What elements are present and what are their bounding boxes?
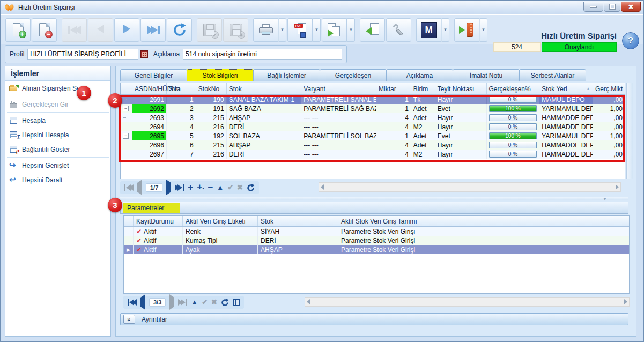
new-record-button[interactable]: + — [5, 18, 31, 42]
copy-icon — [328, 23, 342, 37]
sidebar-item-hepsini-hesapla[interactable]: Σ Hepsini Hesapla — [5, 128, 110, 142]
sidebar-item-alinan-siparisten-sec[interactable]: Alınan Siparişten Seç — [5, 81, 110, 95]
exit-dropdown[interactable]: ▼ — [479, 18, 487, 42]
export-pdf-dropdown[interactable]: ▼ — [313, 18, 321, 42]
column-header-sorted[interactable]: Stok Yeri▲ — [539, 83, 593, 94]
nav-refresh-icon[interactable] — [221, 299, 229, 307]
delete-record-button[interactable]: − — [32, 18, 57, 42]
nav-last-button[interactable] — [178, 299, 187, 306]
aciklama-input[interactable] — [183, 49, 342, 60]
tab-aciklama[interactable]: Açıklama — [386, 69, 453, 81]
m-module-dropdown[interactable]: ▼ — [441, 18, 449, 42]
vertical-scrollbar[interactable] — [626, 83, 633, 179]
column-header[interactable]: Birim — [411, 83, 435, 94]
next-record-button[interactable] — [114, 18, 139, 42]
last-record-button[interactable] — [140, 18, 166, 42]
profil-lookup-icon[interactable] — [140, 50, 148, 58]
factory-icon — [9, 100, 19, 109]
table-row[interactable]: ✔Aktif Renk SİYAH Parametre Stok Veri Gi… — [124, 227, 629, 236]
copy-transfer-dropdown[interactable]: ▼ — [347, 18, 355, 42]
expand-details-button[interactable]: » — [123, 315, 135, 324]
column-header[interactable]: Gerç.Mikt — [593, 83, 625, 94]
sidebar-item-hepsini-genislet[interactable]: ↪ Hepsini Genişlet — [5, 158, 110, 173]
tab-gerceklesen[interactable]: Gerçekleşen — [320, 69, 387, 81]
column-header[interactable]: Sıra — [167, 83, 196, 94]
copy-transfer-button[interactable] — [322, 18, 347, 42]
column-header[interactable]: Gerçekleşen% — [487, 83, 540, 94]
column-header[interactable]: ASDNo/HÜDNo — [132, 83, 167, 94]
sidebar-item-hesapla[interactable]: Hesapla — [5, 113, 110, 128]
sidebar-item-hepsini-daralt[interactable]: ↩ Hepsini Daralt — [5, 173, 110, 187]
import-back-button[interactable] — [360, 18, 385, 42]
nav-edit-button[interactable]: ▲ — [217, 184, 224, 191]
splitter[interactable]: ▼ — [120, 197, 628, 200]
table-row[interactable]: 2694 4 216 DERİ --- --- 4 M2 Hayır 0 % H… — [121, 122, 625, 131]
horizontal-scrollbar[interactable] — [319, 182, 621, 192]
tools-button[interactable] — [386, 18, 411, 42]
table-row[interactable]: 2697 7 216 DERİ --- --- 4 M2 Hayır 0 % H… — [121, 150, 625, 159]
nav-cancel-button[interactable]: ✖ — [237, 184, 243, 191]
save-button[interactable]: ✔ — [197, 18, 222, 42]
refresh-button[interactable] — [167, 18, 192, 42]
column-header[interactable]: Varyant — [301, 83, 376, 94]
tree-collapse-icon[interactable]: − — [123, 106, 129, 111]
nav-post-button[interactable]: ✔ — [202, 299, 208, 306]
help-button[interactable]: ? — [622, 32, 639, 49]
sidebar-item-gerceklesen-gir[interactable]: Gerçekleşen Gir — [5, 97, 110, 111]
scroll-left-icon[interactable] — [321, 184, 324, 190]
nav-add-button[interactable]: + — [188, 184, 193, 191]
column-header[interactable]: KayıtDurumu — [134, 216, 183, 226]
column-header[interactable]: Aktif Veri Giriş Etiketi — [183, 216, 258, 226]
tab-genel-bilgiler[interactable]: Genel Bilgiler — [120, 69, 187, 81]
print-button[interactable] — [253, 18, 278, 42]
tree-collapse-icon[interactable]: − — [123, 133, 129, 139]
nav-last-button[interactable] — [175, 184, 184, 191]
nav-edit-button[interactable]: ▲ — [191, 299, 198, 306]
sidebar-item-baglantili-goster[interactable]: ↱ Bağlantılı Göster — [5, 142, 110, 157]
tab-serbest-alanlar[interactable]: Serbest Alanlar — [519, 69, 586, 81]
export-pdf-button[interactable]: PDF — [287, 18, 313, 42]
horizontal-scrollbar[interactable] — [305, 297, 630, 307]
nav-prev-button[interactable] — [137, 183, 142, 192]
nav-delete-button[interactable]: − — [208, 184, 213, 191]
column-header[interactable]: Aktif Stok Veri Giriş Tanımı — [338, 216, 435, 226]
table-row[interactable]: − 2692 2 191 SAĞ BAZA PARAMETRELİ SAĞ BA… — [121, 104, 625, 113]
nav-refresh-icon[interactable] — [247, 184, 255, 192]
nav-next-button[interactable] — [169, 298, 174, 307]
close-button[interactable]: ✖ — [621, 2, 641, 12]
table-row[interactable]: 2693 3 215 AHŞAP --- --- 4 Adet Hayır 0 … — [121, 113, 625, 122]
scroll-right-icon[interactable] — [616, 184, 619, 190]
restore-button[interactable] — [604, 2, 620, 12]
tab-imalat-notu[interactable]: İmalat Notu — [453, 69, 520, 81]
table-row[interactable]: − 2695 5 192 SOL BAZA PARAMETRELİ SOL BA… — [121, 131, 625, 140]
table-row[interactable]: ✔Aktif Kumaş Tipi DERİ Parametre Stok Ve… — [124, 236, 629, 245]
nav-prev-button[interactable] — [140, 298, 145, 307]
nav-grid-view-icon[interactable] — [233, 299, 240, 306]
column-header[interactable]: Miktar — [376, 83, 411, 94]
table-row[interactable]: ▶ ✔Aktif Ayak AHŞAP Parametre Stok Veri … — [124, 245, 629, 254]
m-module-button[interactable]: M — [416, 18, 441, 42]
nav-next-button[interactable] — [166, 183, 171, 192]
tab-bagli-islemler[interactable]: Bağlı İşlemler — [253, 69, 320, 81]
profil-input[interactable] — [27, 49, 138, 60]
table-row[interactable]: 2691 1 190 SANAL BAZA TAKIM-1 PARAMETREL… — [121, 95, 625, 104]
nav-cancel-button[interactable]: ✖ — [211, 299, 217, 306]
column-header[interactable]: Stok — [227, 83, 302, 94]
print-dropdown[interactable]: ▼ — [278, 18, 286, 42]
column-header[interactable]: Teyit Noktası — [435, 83, 487, 94]
previous-record-button[interactable] — [88, 18, 113, 42]
minimize-button[interactable] — [583, 2, 603, 12]
column-header[interactable]: Stok — [258, 216, 338, 226]
cancel-save-button[interactable]: ✖ — [223, 18, 248, 42]
nav-first-button[interactable] — [128, 299, 137, 306]
column-header[interactable]: StokNo — [196, 83, 227, 94]
table-row[interactable]: 2696 6 215 AHŞAP --- --- 4 Adet Hayır 0 … — [121, 140, 625, 150]
nav-first-button[interactable] — [124, 184, 134, 191]
exit-button[interactable] — [454, 18, 479, 42]
nav-add-child-button[interactable]: +▪ — [197, 183, 204, 192]
nav-post-button[interactable]: ✔ — [227, 184, 233, 191]
scroll-left-icon[interactable] — [307, 299, 310, 304]
first-record-button[interactable] — [62, 18, 87, 42]
tab-stok-bilgileri[interactable]: Stok Bilgileri — [187, 69, 254, 81]
scroll-right-icon[interactable] — [624, 299, 627, 304]
